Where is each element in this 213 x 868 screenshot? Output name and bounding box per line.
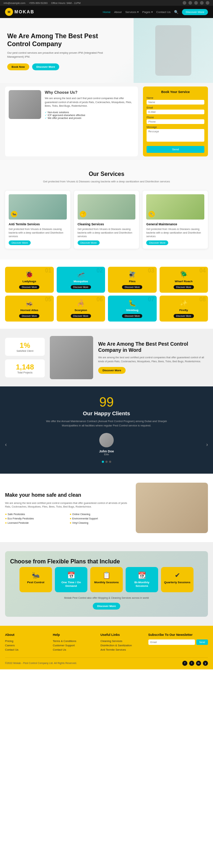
testimonials-nav: ‹ John Doe Elite › <box>5 433 208 456</box>
linkedin-icon[interactable] <box>194 1 198 5</box>
footer-help: Help Terms & Conditions Customer Support… <box>53 633 95 652</box>
safe-desc: We are among the best and certified pest… <box>5 501 131 509</box>
footer-youtube-icon[interactable]: y <box>203 661 208 666</box>
plans-section: Choose from Flexible Plans that Include … <box>0 542 213 625</box>
form-message-input[interactable] <box>147 129 204 142</box>
footer-help-title: Help <box>53 633 95 637</box>
prev-arrow[interactable]: ‹ <box>5 442 7 447</box>
plans-grid: 🐜 Pest Control 📅 One Time / On Demand 📋 … <box>10 567 203 592</box>
service-desc-2: Get protected from Viruses & Diseases ca… <box>78 227 136 238</box>
newsletter-input[interactable] <box>148 639 195 645</box>
next-arrow[interactable]: › <box>206 442 208 447</box>
footer-about-item-2[interactable]: Careers <box>5 644 48 647</box>
footer-help-item-1[interactable]: Terms & Conditions <box>53 639 95 643</box>
footer-help-item-2[interactable]: Customer Support <box>53 644 95 647</box>
person-role: Elite <box>99 453 114 456</box>
navbar: M MOKAB Home About Services ▾ Pages ▾ Co… <box>0 6 213 18</box>
dot-2[interactable] <box>105 461 108 463</box>
discover-more-button[interactable]: Discover More <box>32 63 60 70</box>
plan-card-3: 📋 Monthly Sessions <box>90 567 123 592</box>
twitter-icon[interactable] <box>188 1 192 5</box>
form-phone-input[interactable] <box>147 119 204 124</box>
stat-item-2: 1,148 Total Projects <box>5 359 45 377</box>
topbar-email: info@example.com <box>4 2 25 4</box>
hero-title: We Are Among The Best Pest Control Compa… <box>7 32 117 48</box>
footer-about-item-3[interactable]: Contact Us <box>5 648 48 651</box>
dot-3[interactable] <box>109 461 111 463</box>
nav-discover-button[interactable]: Discover More <box>182 9 208 15</box>
facebook-icon[interactable] <box>183 1 186 5</box>
footer-about-item-1[interactable]: Pricing <box>5 639 48 643</box>
dot-1[interactable] <box>102 461 104 463</box>
pest-btn-6[interactable]: Discover More <box>71 314 91 318</box>
pest-btn-8[interactable]: Discover More <box>174 314 194 318</box>
service-name-1: Anti Termite Services <box>9 222 67 226</box>
pest-btn-1[interactable]: Discover More <box>19 285 39 289</box>
plans-bg: Choose from Flexible Plans that Include … <box>5 551 208 616</box>
nav-contact[interactable]: Contact Us <box>156 10 171 14</box>
pest-card-4: 04 🪲 Wharf Roach Discover More <box>160 267 208 293</box>
plan-icon-2: 📅 <box>58 571 84 579</box>
footer-twitter-icon[interactable]: t <box>189 661 194 666</box>
form-name-input[interactable] <box>147 100 204 105</box>
search-icon[interactable]: 🔍 <box>174 10 178 14</box>
footer-help-item-3[interactable]: Contact Us <box>53 648 95 651</box>
service-desc-1: Get protected from Viruses & Diseases ca… <box>9 227 67 238</box>
testimonial-dots <box>5 461 208 463</box>
pest-icon-8: ✨ <box>162 299 205 307</box>
service-btn-1[interactable]: Discover More <box>9 240 31 245</box>
safe-title: Make your home safe and clean <box>5 492 131 498</box>
footer-linkedin-icon[interactable]: in <box>196 661 201 666</box>
pest-btn-7[interactable]: Discover More <box>122 314 142 318</box>
pest-card-3: 03 🪰 Flies Discover More <box>108 267 157 293</box>
service-btn-2[interactable]: Discover More <box>78 240 100 245</box>
form-name-label: Name <box>147 97 204 99</box>
form-submit-button[interactable]: Send <box>147 146 204 153</box>
stats-discover-button[interactable]: Discover More <box>98 367 126 374</box>
hero-buttons: Book Now Discover More <box>7 63 117 70</box>
footer-useful: Useful Links Cleaning Services Disinfect… <box>100 633 143 652</box>
plan-icon-3: 📋 <box>93 571 120 579</box>
nav-about[interactable]: About <box>114 10 122 14</box>
hero-section: We Are Among The Best Pest Control Compa… <box>0 18 213 83</box>
topbar-phone: +555-999-52283 <box>29 2 48 4</box>
hero-image <box>134 18 213 83</box>
footer-facebook-icon[interactable]: f <box>182 661 187 666</box>
logo[interactable]: M MOKAB <box>5 8 34 16</box>
form-email-input[interactable] <box>147 110 204 114</box>
youtube-icon[interactable] <box>200 1 204 5</box>
nav-pages[interactable]: Pages ▾ <box>142 10 153 14</box>
footer-useful-item-3[interactable]: Anti Termite Services <box>100 648 143 651</box>
services-title: Our Services <box>5 171 208 177</box>
footer-useful-item-2[interactable]: Disinfection & Sanitization <box>100 644 143 647</box>
pest-btn-2[interactable]: Discover More <box>71 285 91 289</box>
booking-form: Book Your Service Name Email Phone Messa… <box>143 87 208 156</box>
pest-num-3: 03 <box>148 267 155 274</box>
safe-item-3: Eco Friendly Pesticides <box>5 517 66 520</box>
pest-card-2: 02 🦟 Mosquitos Discover More <box>57 267 105 293</box>
pest-card-5: 05 🦗 Horned Atlas Discover More <box>5 296 54 322</box>
stats-desc: We are among the best and certified pest… <box>98 356 208 363</box>
instagram-icon[interactable] <box>206 1 209 5</box>
pest-btn-4[interactable]: Discover More <box>174 285 194 289</box>
topbar-socials <box>183 1 209 5</box>
person-name: John Doe <box>99 449 114 453</box>
newsletter-submit-button[interactable]: Send <box>196 639 208 645</box>
pest-btn-3[interactable]: Discover More <box>122 285 142 289</box>
plan-card-2: 📅 One Time / On Demand <box>55 567 87 592</box>
footer-useful-item-1[interactable]: Cleaning Services <box>100 639 143 643</box>
pest-name-7: Stinkbug <box>111 309 154 312</box>
pest-icon-1: 🐞 <box>8 270 51 278</box>
nav-services[interactable]: Services ▾ <box>125 10 139 14</box>
nav-home[interactable]: Home <box>103 10 110 14</box>
service-btn-3[interactable]: Discover More <box>146 240 168 245</box>
book-now-button[interactable]: Book Now <box>7 63 29 70</box>
logo-text: MOKAB <box>14 9 34 14</box>
service-image-2: 🧹 <box>78 194 136 220</box>
pest-btn-5[interactable]: Discover More <box>19 314 39 318</box>
plan-name-2: One Time / On Demand <box>58 581 84 588</box>
newsletter-form: Send <box>148 639 208 645</box>
safe-item-5: Licensed Pesticide <box>5 521 66 524</box>
plans-discover-button[interactable]: Discover More <box>93 603 120 610</box>
form-phone-label: Phone <box>147 116 204 119</box>
